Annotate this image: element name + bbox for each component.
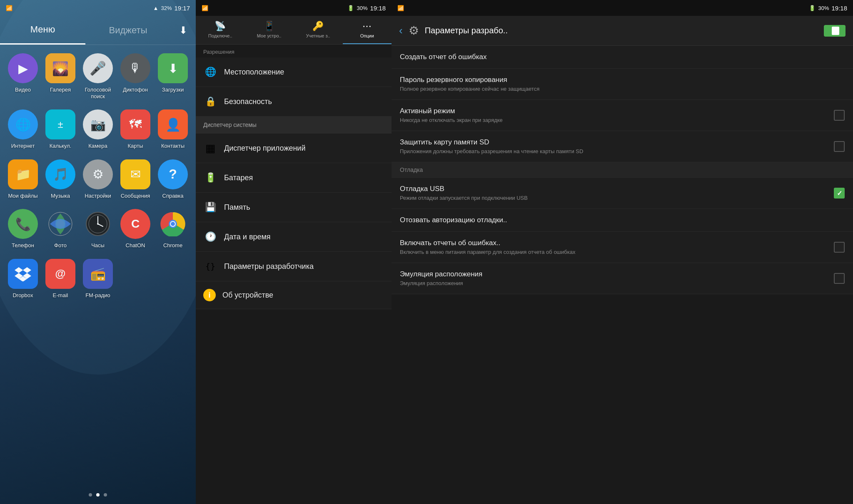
dev-battery-icon: 🔋: [809, 5, 816, 11]
developer-header: ‹ ⚙ Параметры разрабо..: [392, 16, 853, 46]
settings-item-datetime[interactable]: 🕐 Дата и время: [196, 222, 392, 252]
app-clock[interactable]: Часы: [79, 209, 117, 249]
settings-item-appmanager[interactable]: ▦ Диспетчер приложений: [196, 134, 392, 163]
battery-settings-label: Батарея: [224, 174, 253, 182]
dev-item-protect-sd[interactable]: Защитить карту памяти SD Приложения долж…: [392, 131, 853, 162]
security-label: Безопасность: [224, 97, 272, 106]
developer-panel: 📶 🔋 30% 19:18 ‹ ⚙ Параметры разрабо.. Со…: [392, 0, 853, 504]
dev-item-bug-reports-menu[interactable]: Включать отчеты об ошибках.. Включить в …: [392, 232, 853, 263]
home-tabs: Меню Виджеты ⬇: [0, 16, 196, 45]
svg-point-13: [171, 222, 175, 226]
system-manager-label: Диспетчер системы: [203, 122, 257, 128]
tab-options[interactable]: ⋯ Опции: [343, 16, 392, 44]
bug-reports-menu-checkbox[interactable]: [834, 242, 845, 253]
app-dictaphone-icon: 🎙: [120, 53, 150, 83]
settings-item-location[interactable]: 🌐 Местоположение: [196, 57, 392, 87]
settings-item-developer[interactable]: {} Параметры разработчика: [196, 252, 392, 281]
download-button[interactable]: ⬇: [171, 16, 196, 45]
app-video-icon: ▶: [8, 53, 38, 83]
app-help[interactable]: ? Справка: [154, 159, 192, 199]
home-wifi-icon: 📶: [6, 5, 12, 11]
app-help-label: Справка: [162, 193, 184, 199]
app-messages[interactable]: ✉ Сообщения: [117, 159, 154, 199]
options-icon: ⋯: [362, 21, 372, 32]
settings-item-security[interactable]: 🔒 Безопасность: [196, 87, 392, 117]
tab-mydevice[interactable]: 📱 Мое устро..: [245, 16, 294, 44]
app-internet[interactable]: 🌐 Интернет: [4, 109, 42, 149]
app-chaton[interactable]: C ChatON: [117, 209, 154, 249]
location-icon: 🌐: [203, 65, 217, 79]
app-chrome[interactable]: Chrome: [154, 209, 192, 249]
app-calc[interactable]: ± Калькул.: [42, 109, 79, 149]
dev-item-bug-report[interactable]: Создать отчет об ошибках: [392, 46, 853, 69]
dev-item-active-mode[interactable]: Активный режим Никогда не отключать экра…: [392, 100, 853, 131]
settings-battery: 30%: [357, 5, 367, 11]
tab-menu[interactable]: Меню: [0, 16, 85, 45]
dev-item-usb-debug[interactable]: Отладка USB Режим отладки запускается пр…: [392, 178, 853, 209]
settings-item-memory[interactable]: 💾 Память: [196, 193, 392, 222]
usb-debug-subtitle: Режим отладки запускается при подключени…: [400, 195, 829, 202]
app-downloads[interactable]: ⬇ Загрузки: [154, 53, 192, 99]
settings-item-battery[interactable]: 🔋 Батарея: [196, 163, 392, 193]
app-settings[interactable]: ⚙ Настройки: [79, 159, 117, 199]
app-phone[interactable]: 📞 Телефон: [4, 209, 42, 249]
dev-wifi-icon: 📶: [397, 5, 404, 11]
app-contacts[interactable]: 👤 Контакты: [154, 109, 192, 149]
dev-battery: 30%: [818, 5, 829, 11]
app-camera-label: Камера: [88, 143, 107, 149]
settings-item-about[interactable]: i Об устройстве: [196, 281, 392, 309]
emulate-location-checkbox[interactable]: [834, 273, 845, 284]
app-photos-label: Фото: [54, 242, 67, 249]
app-email-icon: @: [45, 259, 75, 289]
active-mode-title: Активный режим: [400, 107, 829, 116]
tab-connections[interactable]: 📡 Подключе..: [196, 16, 245, 44]
app-email-label: E-mail: [53, 292, 68, 299]
active-mode-text: Активный режим Никогда не отключать экра…: [400, 107, 829, 124]
backup-password-title: Пароль резервного копирования: [400, 75, 845, 84]
dev-item-emulate-location[interactable]: Эмуляция расположения Эмуляция расположе…: [392, 263, 853, 294]
active-mode-checkbox[interactable]: [834, 110, 845, 121]
dev-settings-icon: ⚙: [409, 24, 419, 37]
app-dropbox[interactable]: Dropbox: [4, 259, 42, 299]
back-button[interactable]: ‹: [399, 24, 403, 37]
app-music[interactable]: 🎵 Музыка: [42, 159, 79, 199]
protect-sd-checkbox[interactable]: [834, 141, 845, 152]
app-gallery[interactable]: 🌄 Галерея: [42, 53, 79, 99]
app-downloads-label: Загрузки: [162, 87, 184, 93]
app-voice[interactable]: 🎤 Голосовой поиск: [79, 53, 117, 99]
app-clock-icon: [83, 209, 113, 239]
app-maps[interactable]: 🗺 Карты: [117, 109, 154, 149]
app-myfiles-icon: 📁: [8, 159, 38, 189]
app-messages-label: Сообщения: [121, 193, 150, 199]
app-video[interactable]: ▶ Видео: [4, 53, 42, 99]
app-email[interactable]: @ E-mail: [42, 259, 79, 299]
app-myfiles[interactable]: 📁 Мои файлы: [4, 159, 42, 199]
tab-options-label: Опции: [360, 33, 374, 38]
emulate-location-text: Эмуляция расположения Эмуляция расположе…: [400, 270, 829, 287]
app-dictaphone[interactable]: 🎙 Диктофон: [117, 53, 154, 99]
app-messages-icon: ✉: [120, 159, 150, 189]
about-label: Об устройстве: [222, 291, 273, 300]
app-voice-icon: 🎤: [83, 53, 113, 83]
app-radio[interactable]: 📻 FM-радио: [79, 259, 117, 299]
app-clock-label: Часы: [91, 242, 105, 249]
tab-widgets[interactable]: Виджеты: [85, 16, 171, 45]
app-photos[interactable]: Фото: [42, 209, 79, 249]
dev-item-revoke-auth[interactable]: Отозвать авторизацию отладки..: [392, 209, 853, 232]
usb-debug-checkbox[interactable]: [834, 188, 845, 199]
developer-toggle[interactable]: [824, 25, 846, 37]
app-dropbox-icon: [8, 259, 38, 289]
tab-mydevice-label: Мое устро..: [257, 33, 282, 38]
app-photos-icon: [45, 209, 75, 239]
bug-reports-menu-title: Включать отчеты об ошибках..: [400, 238, 829, 248]
settings-status-bar: 📶 🔋 30% 19:18: [196, 0, 392, 16]
memory-label: Память: [224, 203, 250, 212]
dev-item-backup-password[interactable]: Пароль резервного копирования Полное рез…: [392, 69, 853, 100]
app-gallery-label: Галерея: [50, 87, 71, 93]
dev-time: 19:18: [831, 5, 847, 12]
app-myfiles-label: Мои файлы: [8, 193, 37, 199]
dot-1: [89, 493, 92, 497]
protect-sd-title: Защитить карту памяти SD: [400, 138, 829, 147]
app-camera[interactable]: 📷 Камера: [79, 109, 117, 149]
tab-accounts[interactable]: 🔑 Учетные з..: [294, 16, 343, 44]
